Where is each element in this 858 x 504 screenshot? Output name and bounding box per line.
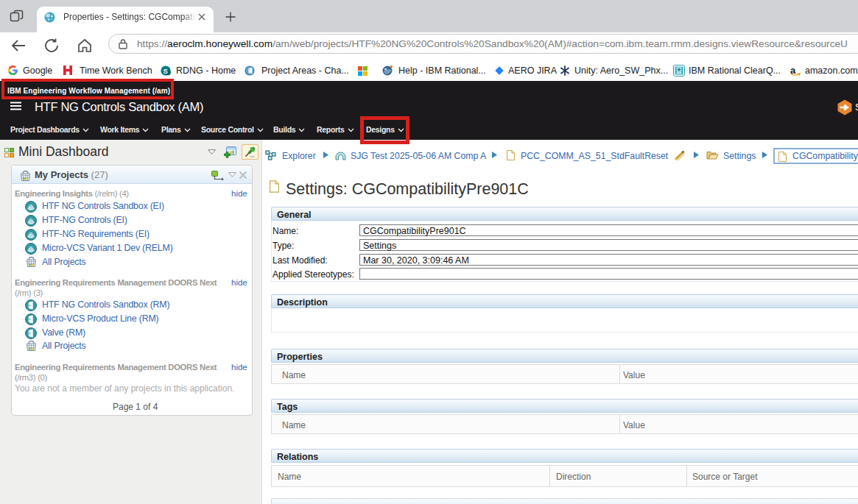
svg-text:S: S [163,67,167,75]
